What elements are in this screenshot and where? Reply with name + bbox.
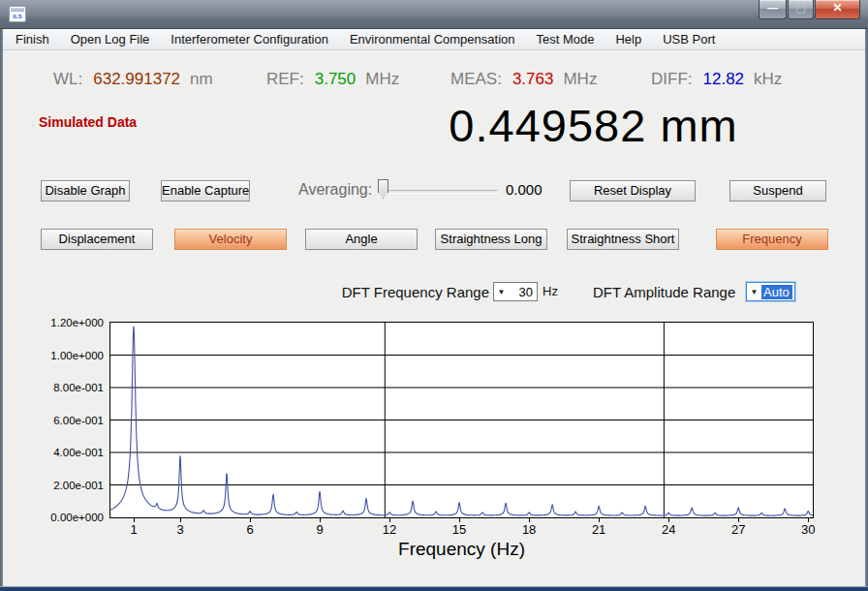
menu-item-test-mode[interactable]: Test Mode [526, 29, 605, 49]
readout-unit: MHz [563, 70, 597, 88]
dft-frequency-range-unit: Hz [542, 284, 558, 298]
app-icon[interactable]: ILS [9, 6, 26, 22]
dft-amplitude-range-value: Auto [761, 285, 792, 299]
x-tick-label: 18 [522, 522, 536, 537]
x-tick-label: 12 [383, 522, 396, 537]
close-button[interactable]: ✕ [815, 0, 860, 19]
measurement-display: 0.449582 mm [426, 99, 760, 152]
disable-graph-button[interactable]: Disable Graph [41, 180, 130, 202]
readout-unit: kHz [754, 70, 782, 88]
readout-meas: MEAS:3.763MHz [450, 70, 597, 89]
maximize-icon: ▢ [795, 2, 805, 14]
x-tick-label: 30 [801, 522, 815, 537]
dft-amplitude-range-select[interactable]: ▼ Auto [746, 282, 795, 301]
readout-value: 3.763 [512, 70, 554, 88]
readout-diff: DIFF:12.82kHz [651, 70, 782, 89]
chevron-down-icon[interactable]: ▼ [494, 288, 509, 296]
mode-button-velocity[interactable]: Velocity [174, 229, 287, 250]
app-icon-label: ILS [13, 14, 21, 19]
enable-capture-button[interactable]: Enable Capture [161, 180, 250, 202]
menu-item-finish[interactable]: Finish [3, 29, 60, 49]
readout-unit: MHz [365, 70, 399, 88]
readout-label: WL: [53, 70, 82, 88]
x-tick-label: 1 [130, 522, 137, 537]
x-tick-label: 15 [452, 522, 466, 537]
window-controls: — ▢ ✕ [758, 0, 860, 19]
x-axis-title: Frequency (Hz) [109, 539, 814, 560]
dft-plot-svg [110, 323, 813, 517]
y-tick-label: 6.00e-001 [20, 415, 104, 426]
minimize-icon: — [767, 2, 778, 14]
readout-wl: WL:632.991372nm [53, 70, 213, 89]
dft-plot [109, 322, 814, 518]
minimize-button[interactable]: — [759, 0, 787, 19]
app-window: ILS — ▢ ✕ FinishOpen Log FileInterferome… [0, 0, 868, 591]
readout-label: MEAS: [450, 70, 502, 88]
dft-frequency-range-select[interactable]: ▼ 30 [493, 282, 538, 301]
readout-label: DIFF: [651, 70, 693, 88]
mode-button-frequency[interactable]: Frequency [716, 229, 828, 250]
menu-item-interferometer-configuration[interactable]: Interferometer Configuration [160, 29, 339, 49]
menu-item-open-log-file[interactable]: Open Log File [60, 29, 161, 49]
y-tick-label: 8.00e-001 [20, 382, 104, 393]
chevron-down-icon[interactable]: ▼ [747, 288, 761, 296]
x-tick-label: 6 [246, 522, 253, 537]
titlebar[interactable]: ILS — ▢ ✕ [0, 0, 868, 29]
readout-ref: REF:3.750MHz [266, 70, 399, 89]
mode-button-angle[interactable]: Angle [305, 229, 418, 250]
x-tick-label: 27 [731, 522, 745, 537]
suspend-button[interactable]: Suspend [729, 180, 826, 202]
averaging-label: Averaging: [298, 181, 372, 199]
reset-display-button[interactable]: Reset Display [570, 180, 696, 202]
plot-gridlines [110, 323, 813, 517]
mode-button-straightness-short[interactable]: Straightness Short [567, 229, 679, 250]
y-tick-label: 1.00e+000 [20, 350, 104, 361]
window-frame-bottom [0, 586, 868, 591]
dft-amplitude-range-label: DFT Amplitude Range [593, 284, 735, 300]
close-icon: ✕ [832, 1, 842, 15]
averaging-slider-thumb[interactable] [378, 179, 388, 199]
maximize-button[interactable]: ▢ [788, 0, 814, 19]
readout-value: 632.991372 [93, 70, 180, 88]
client-area: FinishOpen Log FileInterferometer Config… [3, 29, 865, 586]
menu-bar: FinishOpen Log FileInterferometer Config… [3, 29, 865, 50]
dft-frequency-range-value: 30 [509, 285, 537, 299]
x-tick-label: 21 [592, 522, 605, 537]
readout-label: REF: [266, 70, 304, 88]
menu-item-environmental-compensation[interactable]: Environmental Compensation [339, 29, 526, 49]
x-tick-label: 3 [176, 522, 183, 537]
simulated-data-label: Simulated Data [39, 114, 137, 130]
y-tick-label: 0.00e+000 [20, 512, 104, 523]
menu-item-help[interactable]: Help [604, 29, 652, 49]
averaging-slider-track[interactable] [380, 190, 498, 194]
y-tick-label: 1.20e+000 [20, 317, 104, 328]
readout-value: 12.82 [703, 70, 745, 88]
mode-button-straightness-long[interactable]: Straightness Long [435, 229, 547, 250]
y-tick-label: 2.00e-001 [20, 480, 104, 491]
readout-value: 3.750 [315, 70, 356, 88]
dft-frequency-range-label: DFT Frequency Range [294, 284, 489, 300]
x-tick-label: 24 [662, 522, 675, 537]
x-tick-label: 9 [316, 522, 323, 537]
menu-item-usb-port[interactable]: USB Port [652, 29, 726, 49]
readout-unit: nm [190, 70, 213, 88]
mode-button-displacement[interactable]: Displacement [41, 229, 153, 250]
averaging-value: 0.000 [506, 181, 542, 198]
y-tick-label: 4.00e-001 [20, 447, 104, 458]
